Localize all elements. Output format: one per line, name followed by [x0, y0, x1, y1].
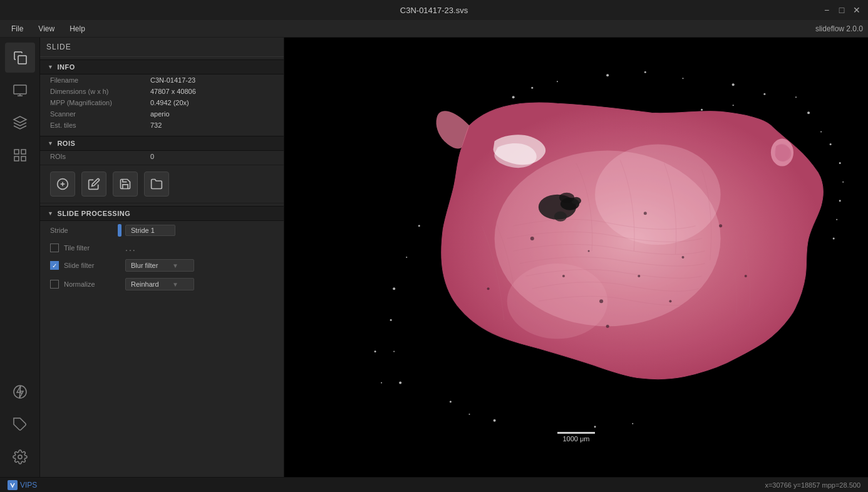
svg-point-62	[588, 250, 590, 252]
svg-point-15	[606, 74, 609, 76]
svg-point-36	[493, 419, 496, 422]
svg-point-59	[745, 275, 747, 277]
close-button[interactable]: ✕	[852, 5, 862, 15]
normalize-dropdown[interactable]: Reinhard ▼	[125, 278, 194, 290]
menubar: File View Help slideflow 2.0.0	[0, 20, 868, 38]
svg-rect-3	[21, 150, 26, 154]
svg-point-41	[839, 200, 841, 202]
scale-bar-line	[557, 432, 595, 434]
window-title: C3N-01417-23.svs	[400, 6, 468, 15]
sidebar-icon-lightning[interactable]	[5, 377, 35, 407]
sidebar-icon-settings[interactable]	[5, 442, 35, 472]
app-name: slideflow 2.0.0	[815, 24, 863, 33]
svg-point-43	[833, 237, 835, 239]
svg-point-33	[733, 105, 734, 106]
save-roi-button[interactable]	[113, 172, 138, 197]
vips-label: VIPS	[20, 481, 37, 489]
rois-triangle: ▼	[48, 140, 53, 146]
sidebar-icon-puzzle[interactable]	[5, 409, 35, 439]
tissue-svg	[284, 38, 868, 477]
svg-point-34	[450, 401, 452, 402]
svg-point-28	[393, 351, 395, 352]
svg-point-32	[701, 109, 703, 111]
sidebar-icon-grid[interactable]	[5, 140, 35, 170]
menu-file[interactable]: File	[5, 23, 29, 35]
svg-point-17	[682, 78, 683, 79]
edit-roi-button[interactable]	[81, 172, 106, 197]
scale-bar-label: 1000 μm	[562, 435, 589, 443]
svg-point-23	[830, 143, 832, 145]
tile-filter-row: Tile filter ...	[40, 240, 284, 256]
minimize-button[interactable]: −	[822, 5, 832, 15]
scale-bar: 1000 μm	[557, 432, 595, 443]
svg-point-63	[669, 300, 671, 302]
slide-filter-checkbox[interactable]	[50, 261, 59, 270]
vips-badge: VIPS	[8, 480, 37, 490]
svg-point-61	[638, 275, 640, 277]
info-row-est-tiles: Est. tiles 732	[40, 120, 284, 131]
svg-rect-5	[21, 156, 26, 161]
svg-point-12	[512, 96, 515, 98]
svg-point-42	[836, 219, 837, 220]
info-section-title[interactable]: ▼ INFO	[40, 59, 284, 74]
normalize-checkbox[interactable]	[50, 280, 59, 289]
svg-rect-1	[14, 85, 26, 94]
stride-container: Stride 1	[118, 224, 175, 237]
icon-sidebar	[0, 38, 40, 477]
svg-point-37	[594, 426, 596, 428]
svg-point-21	[807, 111, 810, 114]
open-folder-button[interactable]	[144, 172, 169, 197]
svg-point-60	[606, 325, 609, 328]
svg-point-26	[393, 287, 395, 290]
slide-processing-title[interactable]: ▼ SLIDE PROCESSING	[40, 206, 284, 221]
info-section: ▼ INFO Filename C3N-01417-23 Dimensions …	[40, 57, 284, 133]
svg-point-22	[820, 131, 822, 132]
svg-point-40	[842, 182, 844, 183]
svg-point-31	[375, 351, 376, 352]
info-row-filename: Filename C3N-01417-23	[40, 74, 284, 86]
info-row-scanner: Scanner aperio	[40, 108, 284, 120]
svg-point-20	[795, 96, 797, 98]
sidebar-icon-copy[interactable]	[5, 43, 35, 73]
processing-triangle: ▼	[48, 210, 53, 217]
rois-row: ROIs 0	[40, 151, 284, 162]
menu-help[interactable]: Help	[63, 23, 91, 35]
info-row-dimensions: Dimensions (w x h) 47807 x 40806	[40, 86, 284, 97]
svg-point-16	[644, 71, 646, 73]
svg-point-46	[507, 264, 607, 339]
status-coordinates: x=30766 y=18857 mpp=28.500	[765, 481, 860, 489]
slide-filter-dropdown[interactable]: Blur filter ▼	[125, 259, 194, 272]
stride-row: Stride Stride 1	[40, 221, 284, 240]
statusbar: VIPS x=30766 y=18857 mpp=28.500	[0, 477, 868, 492]
titlebar: C3N-01417-23.svs − □ ✕	[0, 0, 868, 20]
info-triangle: ▼	[48, 64, 53, 70]
sidebar-icon-cube[interactable]	[5, 108, 35, 138]
svg-point-54	[681, 256, 684, 259]
svg-point-39	[839, 162, 841, 164]
rois-section-title[interactable]: ▼ ROIS	[40, 136, 284, 151]
slide-filter-row: Slide filter Blur filter ▼	[40, 256, 284, 275]
svg-point-29	[399, 382, 401, 384]
menu-view[interactable]: View	[32, 23, 61, 35]
svg-point-19	[763, 93, 765, 95]
svg-point-25	[406, 257, 407, 258]
info-row-mpp: MPP (Magnification) 0.4942 (20x)	[40, 97, 284, 108]
slide-viewer[interactable]: 1000 μm	[284, 38, 868, 477]
normalize-arrow: ▼	[172, 281, 178, 288]
vips-icon	[8, 480, 18, 490]
slide-header: SLIDE	[40, 38, 284, 57]
tile-filter-dots: ...	[125, 243, 137, 253]
svg-point-24	[418, 225, 420, 227]
stride-input[interactable]: Stride 1	[125, 225, 175, 236]
sidebar-icon-display[interactable]	[5, 75, 35, 105]
tile-filter-checkbox[interactable]	[50, 243, 59, 252]
svg-point-55	[599, 299, 603, 303]
normalize-row: Normalize Reinhard ▼	[40, 275, 284, 294]
svg-rect-4	[14, 156, 19, 161]
add-roi-button[interactable]	[50, 172, 75, 197]
svg-point-35	[469, 414, 470, 415]
svg-point-58	[487, 287, 490, 290]
svg-point-51	[559, 193, 574, 203]
maximize-button[interactable]: □	[837, 5, 847, 15]
svg-point-27	[390, 319, 392, 321]
